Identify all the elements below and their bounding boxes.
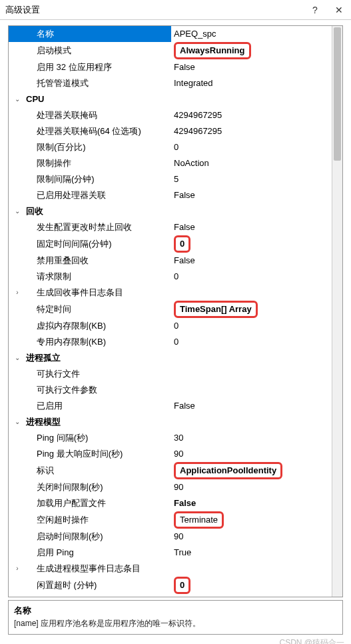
requests-label: 请求限制 — [23, 269, 71, 285]
row-pipeline[interactable]: 托管管道模式 Integrated — [9, 75, 332, 91]
schedule-value[interactable]: TimeSpan[] Array — [174, 301, 258, 318]
identity-label: 标识 — [23, 463, 54, 479]
row-idletimeout[interactable]: 闲置超时 (分钟) 0 — [9, 577, 332, 594]
row-affinityenabled[interactable]: 已启用处理器关联 False — [9, 187, 332, 203]
chevron-down-icon[interactable]: ⌄ — [11, 350, 23, 366]
pingenabled-value[interactable]: True — [171, 545, 332, 561]
maxworker-label: 最大工作进程数 — [23, 594, 97, 597]
chevron-down-icon[interactable]: ⌄ — [11, 91, 23, 107]
maxworker-value[interactable]: 1 — [171, 594, 332, 597]
chevron-right-icon[interactable]: › — [11, 561, 23, 577]
overlap-value[interactable]: False — [171, 253, 332, 269]
window-title: 高级设置 — [5, 4, 40, 16]
pinginterval-value[interactable]: 30 — [171, 430, 332, 446]
chevron-down-icon[interactable]: ⌄ — [11, 414, 23, 430]
startup-value[interactable]: 90 — [171, 529, 332, 545]
enable32-value[interactable]: False — [171, 59, 332, 75]
name-label: 名称 — [23, 26, 54, 42]
row-limitaction[interactable]: 限制操作 NoAction — [9, 155, 332, 171]
affinity-value[interactable]: 4294967295 — [171, 107, 332, 123]
affinityenabled-value[interactable]: False — [171, 187, 332, 203]
affinityenabled-label: 已启用处理器关联 — [23, 187, 106, 203]
row-logmodel[interactable]: ›生成进程模型事件日志条目 — [9, 561, 332, 577]
category-orphan[interactable]: ⌄进程孤立 — [9, 350, 332, 366]
orphan-params-label: 可执行文件参数 — [23, 382, 97, 398]
row-orphan-exe[interactable]: 可执行文件 — [9, 366, 332, 382]
orphan-params-value[interactable] — [171, 382, 332, 398]
orphan-category-label: 进程孤立 — [23, 350, 61, 366]
category-recycle[interactable]: ⌄回收 — [9, 203, 332, 219]
row-idleaction[interactable]: 空闲超时操作 Terminate — [9, 511, 332, 529]
chevron-right-icon[interactable]: › — [11, 285, 23, 301]
identity-value[interactable]: ApplicationPoolIdentity — [174, 462, 282, 479]
row-startmode[interactable]: 启动模式 AlwaysRunning — [9, 42, 332, 59]
row-name[interactable]: 名称 APEQ_spc — [9, 26, 332, 42]
description-text: [name] 应用程序池名称是应用程序池的唯一标识符。 — [14, 618, 337, 629]
row-shutdown[interactable]: 关闭时间限制(秒) 90 — [9, 479, 332, 495]
pingresponse-value[interactable]: 90 — [171, 446, 332, 462]
pinginterval-label: Ping 间隔(秒) — [23, 430, 88, 446]
idletimeout-value[interactable]: 0 — [174, 577, 190, 594]
description-title: 名称 — [14, 605, 337, 617]
disallow-value[interactable]: False — [171, 219, 332, 235]
close-button[interactable]: ✕ — [332, 3, 346, 17]
chevron-down-icon[interactable]: ⌄ — [11, 203, 23, 219]
row-overlap[interactable]: 禁用重叠回收 False — [9, 253, 332, 269]
shutdown-value[interactable]: 90 — [171, 479, 332, 495]
orphan-enabled-value[interactable]: False — [171, 398, 332, 414]
row-affinity64[interactable]: 处理器关联掩码(64 位选项) 4294967295 — [9, 123, 332, 139]
row-startup[interactable]: 启动时间限制(秒) 90 — [9, 529, 332, 545]
row-enable32[interactable]: 启用 32 位应用程序 False — [9, 59, 332, 75]
idleaction-value[interactable]: Terminate — [174, 511, 224, 529]
startmode-value[interactable]: AlwaysRunning — [174, 42, 251, 59]
limitaction-value[interactable]: NoAction — [171, 155, 332, 171]
requests-value[interactable]: 0 — [171, 269, 332, 285]
limitinterval-value[interactable]: 5 — [171, 171, 332, 187]
row-vmem[interactable]: 虚拟内存限制(KB) 0 — [9, 318, 332, 334]
vmem-value[interactable]: 0 — [171, 318, 332, 334]
vertical-scrollbar[interactable] — [332, 26, 342, 597]
pingenabled-label: 启用 Ping — [23, 545, 74, 561]
row-regular[interactable]: 固定时间间隔(分钟) 0 — [9, 235, 332, 253]
loadprofile-value[interactable]: False — [171, 495, 332, 511]
limit-value[interactable]: 0 — [171, 139, 332, 155]
row-disallow[interactable]: 发生配置更改时禁止回收 False — [9, 219, 332, 235]
orphan-enabled-label: 已启用 — [23, 398, 63, 414]
name-value[interactable]: APEQ_spc — [171, 26, 332, 42]
limitaction-label: 限制操作 — [23, 155, 71, 171]
row-pinginterval[interactable]: Ping 间隔(秒) 30 — [9, 430, 332, 446]
row-pingresponse[interactable]: Ping 最大响应时间(秒) 90 — [9, 446, 332, 462]
row-orphan-params[interactable]: 可执行文件参数 — [9, 382, 332, 398]
row-affinity[interactable]: 处理器关联掩码 4294967295 — [9, 107, 332, 123]
idletimeout-label: 闲置超时 (分钟) — [23, 577, 97, 593]
logevents-label: 生成回收事件日志条目 — [23, 285, 123, 301]
affinity64-label: 处理器关联掩码(64 位选项) — [23, 123, 141, 139]
category-model[interactable]: ⌄进程模型 — [9, 414, 332, 430]
affinity64-value[interactable]: 4294967295 — [171, 123, 332, 139]
row-loadprofile[interactable]: 加载用户配置文件 False — [9, 495, 332, 511]
recycle-category-label: 回收 — [23, 203, 43, 219]
row-maxworker[interactable]: 最大工作进程数 1 — [9, 594, 332, 597]
orphan-exe-value[interactable] — [171, 366, 332, 382]
regular-value[interactable]: 0 — [174, 235, 190, 253]
row-orphan-enabled[interactable]: 已启用 False — [9, 398, 332, 414]
shutdown-label: 关闭时间限制(秒) — [23, 479, 103, 495]
scroll-thumb[interactable] — [334, 27, 341, 161]
schedule-label: 特定时间 — [23, 301, 71, 317]
row-logevents[interactable]: ›生成回收事件日志条目 — [9, 285, 332, 301]
row-schedule[interactable]: 特定时间 TimeSpan[] Array — [9, 301, 332, 318]
row-requests[interactable]: 请求限制 0 — [9, 269, 332, 285]
pipeline-value[interactable]: Integrated — [171, 75, 332, 91]
pmem-label: 专用内存限制(KB) — [23, 334, 106, 350]
pmem-value[interactable]: 0 — [171, 334, 332, 350]
row-pmem[interactable]: 专用内存限制(KB) 0 — [9, 334, 332, 350]
category-cpu[interactable]: ⌄CPU — [9, 91, 332, 107]
row-pingenabled[interactable]: 启用 Ping True — [9, 545, 332, 561]
logmodel-label: 生成进程模型事件日志条目 — [23, 561, 141, 577]
row-identity[interactable]: 标识 ApplicationPoolIdentity — [9, 462, 332, 479]
help-button[interactable]: ? — [308, 3, 322, 17]
vmem-label: 虚拟内存限制(KB) — [23, 318, 106, 334]
row-limitinterval[interactable]: 限制间隔(分钟) 5 — [9, 171, 332, 187]
row-limit[interactable]: 限制(百分比) 0 — [9, 139, 332, 155]
regular-label: 固定时间间隔(分钟) — [23, 236, 112, 252]
